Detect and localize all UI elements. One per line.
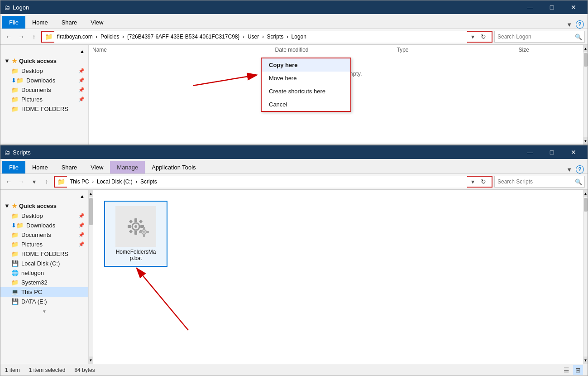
maximize-button-scripts[interactable]: □ xyxy=(541,145,562,159)
context-menu-move[interactable]: Move here xyxy=(262,72,350,85)
sidebar-item-pictures-scripts[interactable]: 📁 Pictures 📌 xyxy=(0,240,88,249)
sidebar-item-datae-scripts[interactable]: 💾 DATA (E:) xyxy=(0,297,88,306)
context-menu-copy[interactable]: Copy here xyxy=(262,58,350,72)
context-menu-shortcuts[interactable]: Create shortcuts here xyxy=(262,85,350,98)
refresh-button-scripts[interactable]: ↻ xyxy=(478,176,489,187)
address-folder-icon: 📁 xyxy=(45,33,53,40)
minimize-button[interactable]: — xyxy=(520,0,540,14)
sidebar-item-documents-scripts[interactable]: 📁 Documents 📌 xyxy=(0,230,88,240)
help-icon-scripts[interactable]: ? xyxy=(576,165,584,174)
search-input-logon[interactable] xyxy=(494,31,585,43)
bat-file-item[interactable]: HomeFoldersMa p.bat xyxy=(104,201,167,267)
address-dropdown-logon[interactable]: ▾ xyxy=(469,31,476,42)
svg-point-3 xyxy=(134,225,137,228)
tab-manage-scripts[interactable]: Manage xyxy=(110,161,145,174)
address-bar-logon: ← → ↑ 📁 ▾ ↻ 🔍 xyxy=(0,29,588,45)
sidebar-scroll-up-scripts[interactable]: ▲ xyxy=(89,190,93,197)
svg-rect-15 xyxy=(143,234,145,237)
quick-access-header-logon[interactable]: ▼ ★ Quick access xyxy=(0,56,88,66)
scrollbar-scripts: ▲ ▼ xyxy=(583,190,588,364)
scroll-down-logon[interactable]: ▼ xyxy=(583,137,588,145)
tab-application-tools-scripts[interactable]: Application Tools xyxy=(145,161,202,174)
homefolders-label-scripts: HOME FOLDERS xyxy=(21,251,68,257)
bat-file-svg xyxy=(118,208,154,245)
netlogon-icon-scripts: 🌐 xyxy=(11,270,19,276)
tab-home-scripts[interactable]: Home xyxy=(25,161,55,174)
sidebar-collapse-scripts[interactable]: ▲ xyxy=(80,193,85,199)
pictures-folder-icon: 📁 xyxy=(11,96,19,103)
title-bar-logon: 🗂 Logon — □ ✕ xyxy=(0,0,588,14)
status-item-count: 1 item xyxy=(5,367,20,373)
scroll-up-scripts[interactable]: ▲ xyxy=(583,190,588,197)
forward-button-logon[interactable]: → xyxy=(16,31,27,42)
title-bar-title: Logon xyxy=(13,4,29,11)
search-input-scripts[interactable] xyxy=(494,176,585,188)
sidebar-scroll-thumb-scripts[interactable] xyxy=(89,198,93,225)
datae-label-scripts: DATA (E:) xyxy=(21,298,47,305)
close-button-scripts[interactable]: ✕ xyxy=(563,145,584,159)
tab-share-scripts[interactable]: Share xyxy=(55,161,84,174)
svg-rect-4 xyxy=(134,218,137,222)
address-dropdown-scripts[interactable]: ▾ xyxy=(469,176,476,187)
help-icon[interactable]: ? xyxy=(576,20,584,29)
svg-line-19 xyxy=(143,276,188,330)
minimize-button-scripts[interactable]: — xyxy=(520,145,540,159)
status-bar-scripts: 1 item 1 item selected 84 bytes ☰ ⊞ xyxy=(0,364,588,376)
sidebar-item-desktop-scripts[interactable]: 📁 Desktop 📌 xyxy=(0,211,88,221)
back-button-logon[interactable]: ← xyxy=(3,31,14,42)
sidebar-item-localdisk-scripts[interactable]: 💾 Local Disk (C:) xyxy=(0,259,88,268)
sidebar-item-documents-logon[interactable]: 📁 Documents 📌 xyxy=(0,85,88,95)
desktop-label: Desktop xyxy=(21,67,43,74)
red-arrow-2 xyxy=(98,262,211,335)
context-menu-cancel[interactable]: Cancel xyxy=(262,98,350,111)
address-input-scripts[interactable] xyxy=(67,176,467,188)
close-button[interactable]: ✕ xyxy=(563,0,584,14)
documents-label: Documents xyxy=(21,87,51,93)
tab-view-logon[interactable]: View xyxy=(84,16,110,29)
up-button-scripts[interactable]: ↑ xyxy=(41,176,52,187)
quick-access-header-scripts[interactable]: ▼ ★ Quick access xyxy=(0,201,88,211)
window2-icon: 🗂 xyxy=(4,149,10,156)
sidebar-item-downloads-logon[interactable]: ⬇📁 Downloads 📌 xyxy=(0,76,88,85)
view-large-icons-button[interactable]: ⊞ xyxy=(573,365,583,375)
sidebar-item-desktop-logon[interactable]: 📁 Desktop 📌 xyxy=(0,66,88,76)
expand-ribbon-icon[interactable]: ▼ xyxy=(566,21,572,28)
sidebar-item-pictures-logon[interactable]: 📁 Pictures 📌 xyxy=(0,95,88,104)
ribbon-tabs-logon: File Home Share View ▼ ? xyxy=(0,14,588,29)
tab-view-scripts[interactable]: View xyxy=(84,161,110,174)
dropdown-button-scripts[interactable]: ▾ xyxy=(29,176,39,187)
sidebar-item-netlogon-scripts[interactable]: 🌐 netlogon xyxy=(0,268,88,278)
address-bar-scripts: ← → ▾ ↑ 📁 ▾ ↻ 🔍 xyxy=(0,174,588,190)
col-header-size-logon: Size xyxy=(519,47,580,53)
homefolders-icon: 📁 xyxy=(11,106,19,112)
maximize-button[interactable]: □ xyxy=(541,0,562,14)
forward-button-scripts[interactable]: → xyxy=(16,176,27,187)
scroll-thumb-scripts[interactable] xyxy=(584,198,588,212)
tab-file-scripts[interactable]: File xyxy=(2,161,25,174)
sidebar-collapse-logon[interactable]: ▲ xyxy=(80,48,85,54)
content-area-logon: ▲ ▼ ★ Quick access 📁 Desktop 📌 ⬇📁 xyxy=(0,45,588,145)
address-input-logon[interactable] xyxy=(54,31,467,43)
tab-home-logon[interactable]: Home xyxy=(25,16,55,29)
scroll-down-scripts[interactable]: ▼ xyxy=(583,357,588,364)
scroll-thumb-logon[interactable] xyxy=(584,53,588,67)
tab-share-logon[interactable]: Share xyxy=(55,16,84,29)
sidebar-item-downloads-scripts[interactable]: ⬇📁 Downloads 📌 xyxy=(0,221,88,230)
sidebar-item-system32-scripts[interactable]: 📁 System32 xyxy=(0,278,88,287)
sidebar-scroll-down-scripts[interactable]: ▼ xyxy=(89,357,93,364)
view-details-button[interactable]: ☰ xyxy=(561,365,571,375)
pin-icon-desktop-scripts: 📌 xyxy=(78,213,85,219)
window2-controls: — □ ✕ xyxy=(520,145,584,159)
scroll-up-logon[interactable]: ▲ xyxy=(583,45,588,52)
back-button-scripts[interactable]: ← xyxy=(3,176,14,187)
refresh-button-logon[interactable]: ↻ xyxy=(478,31,489,42)
expand-ribbon-icon-scripts[interactable]: ▼ xyxy=(566,166,572,173)
svg-rect-8 xyxy=(129,220,133,223)
svg-rect-5 xyxy=(134,231,137,235)
sidebar-item-homefolders-logon[interactable]: 📁 HOME FOLDERS xyxy=(0,104,88,114)
up-button-logon[interactable]: ↑ xyxy=(29,31,39,42)
tab-file-logon[interactable]: File xyxy=(2,16,25,29)
svg-rect-6 xyxy=(128,225,131,228)
sidebar-item-homefolders-scripts[interactable]: 📁 HOME FOLDERS xyxy=(0,249,88,259)
sidebar-item-thispc-scripts[interactable]: 💻 This PC xyxy=(0,287,88,297)
